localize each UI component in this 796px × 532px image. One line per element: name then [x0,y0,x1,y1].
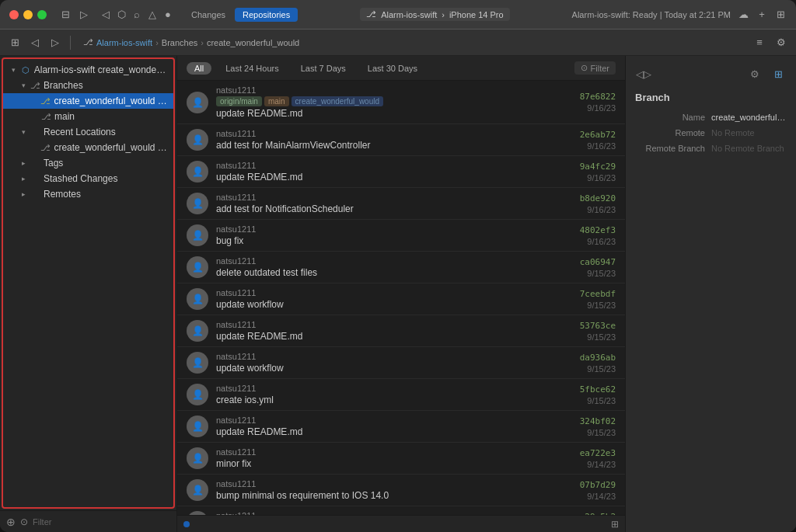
commit-hash-5: ca06947 [580,257,616,267]
commit-item-0[interactable]: 👤 natsu1211 origin/main main create_wond… [177,81,625,124]
commit-message-0: update README.md [216,108,572,119]
content-area: All Last 24 Hours Last 7 Days Last 30 Da… [177,56,625,532]
sidebar-footer: ⊕ ⊙ Filter [0,510,176,532]
titlebar-center: ⎇ Alarm-ios-swift › iPhone 14 Pro [304,8,565,21]
forward-icon[interactable]: ⬡ [115,9,127,21]
sidebar-item-remotes[interactable]: Remotes [3,186,173,202]
toolbar-settings-icon[interactable]: ⚙ [773,34,790,51]
filter-24h[interactable]: Last 24 Hours [218,62,286,75]
commit-info-1: natsu1211 add test for MainAlarmViewCont… [216,129,572,151]
commit-item-2[interactable]: 👤 natsu1211 update README.md 9a4fc29 9/1… [177,156,625,188]
commit-item-12[interactable]: 👤 natsu1211 bump minimal os requirement … [177,475,625,506]
sidebar-tree: ⬡ Alarm-ios-swift create_wonderf... ⎇ Br… [2,57,175,509]
maximize-button[interactable] [37,10,47,19]
sidebar-item-stashed-changes[interactable]: Stashed Changes [3,171,173,186]
sidebar-item-alarm-root[interactable]: ⬡ Alarm-ios-swift create_wonderf... [3,62,173,78]
back-icon[interactable]: ◁ [100,9,112,21]
footer-expand-icon[interactable]: ⊞ [611,519,619,530]
filter-30d[interactable]: Last 30 Days [360,62,425,75]
add-icon[interactable]: + [756,9,768,21]
main-branch-icon: ⎇ [40,111,51,122]
footer-filter-icon[interactable]: ⊙ [20,516,28,527]
commit-info-3: natsu1211 add test for NotificationSched… [216,193,572,214]
toolbar-nav-left[interactable]: ◁ [26,34,44,51]
layout-icon[interactable]: ⊞ [774,9,787,21]
commit-date-8: 9/15/23 [580,364,616,374]
recent-icon [30,127,40,137]
breadcrumb-branches[interactable]: Branches [162,38,197,47]
run-icon[interactable]: ● [162,9,174,21]
footer-add-icon[interactable]: ⊕ [6,516,16,528]
filter-search[interactable]: ⊙ Filter [574,61,616,75]
commit-item-4[interactable]: 👤 natsu1211 bug fix 4802ef3 9/16/23 [177,220,625,252]
arrow-tags [19,158,28,168]
filter-7d[interactable]: Last 7 Days [293,62,354,75]
commit-item-3[interactable]: 👤 natsu1211 add test for NotificationSch… [177,188,625,220]
sidebar-item-recent-locations[interactable]: Recent Locations [3,124,173,140]
titlebar-left-icons: ⊟ ▷ [59,9,90,21]
commit-author-4: natsu1211 [216,224,572,234]
commit-item-10[interactable]: 👤 natsu1211 update README.md 324bf02 9/1… [177,411,625,443]
scheme-selector[interactable]: ⎇ Alarm-ios-swift › iPhone 14 Pro [360,8,510,21]
commit-author-1: natsu1211 [216,129,572,138]
minimize-button[interactable] [23,10,33,19]
traffic-lights [9,10,47,19]
toolbar-separator-1 [70,36,71,50]
close-button[interactable] [9,10,19,19]
recent-branch-label: create_wonderful_would (c... [54,142,167,153]
commit-message-10: update README.md [216,426,572,437]
filter-all[interactable]: All [187,62,211,75]
commit-author-3: natsu1211 [216,193,572,202]
tab-changes[interactable]: Changes [183,8,233,22]
right-panel-settings[interactable]: ⚙ [746,65,763,82]
panel-row-remote: Remote No Remote [635,128,787,137]
sidebar-item-recent-branch[interactable]: ⎇ create_wonderful_would (c... [3,140,173,155]
main-window: ⊟ ▷ ◁ ⬡ ⌕ △ ● Changes Repositories ⎇ Ala… [0,0,796,532]
footer-filter-text[interactable]: Filter [33,517,51,527]
sidebar-item-branches[interactable]: ⎇ Branches [3,78,173,93]
navigator-icon[interactable]: ▷ [78,9,90,21]
commit-meta-5: ca06947 9/15/23 [580,257,616,278]
breadcrumb-current[interactable]: create_wonderful_would [207,38,299,47]
toolbar-list-icon[interactable]: ≡ [751,34,768,51]
commit-item-6[interactable]: 👤 natsu1211 update workflow 7ceebdf 9/15… [177,283,625,315]
commit-info-0: natsu1211 origin/main main create_wonder… [216,85,572,119]
commit-meta-11: ea722e3 9/14/23 [580,448,616,469]
filter-bar: All Last 24 Hours Last 7 Days Last 30 Da… [177,56,625,81]
branches-icon: ⎇ [30,80,40,91]
commit-item-5[interactable]: 👤 natsu1211 delete outdated test files c… [177,252,625,283]
create-branch-icon: ⎇ [40,96,51,106]
panel-key-remote: Remote [635,128,705,137]
stashed-label: Stashed Changes [44,173,117,184]
sidebar-toggle-icon[interactable]: ⊟ [59,9,72,21]
commit-info-11: natsu1211 minor fix [216,447,572,469]
branches-label: Branches [44,80,83,91]
warning-icon[interactable]: △ [146,9,159,21]
sidebar-item-main[interactable]: ⎇ main [3,109,173,124]
commit-item-11[interactable]: 👤 natsu1211 minor fix ea722e3 9/14/23 [177,443,625,475]
tag-main: main [264,96,289,106]
toolbar-grid-icon[interactable]: ⊞ [6,34,23,51]
commit-item-7[interactable]: 👤 natsu1211 update README.md 53763ce 9/1… [177,315,625,347]
breadcrumb-repo[interactable]: Alarm-ios-swift [96,38,152,47]
commit-item-8[interactable]: 👤 natsu1211 update workflow da936ab 9/15… [177,347,625,379]
commit-item-13[interactable]: 👤 natsu1211 workaround when user ignores… [177,506,625,515]
stashed-icon [30,173,40,184]
commit-hash-3: b8de920 [580,193,616,203]
cloud-icon[interactable]: ☁ [737,9,749,21]
commit-item-9[interactable]: 👤 natsu1211 create ios.yml 5fbce62 9/15/… [177,379,625,411]
commit-author-7: natsu1211 [216,320,572,329]
sidebar-item-tags[interactable]: Tags [3,155,173,171]
scheme-name: Alarm-ios-swift [381,10,437,19]
right-panel-expand[interactable]: ⊞ [770,65,787,82]
sidebar-item-create-branch[interactable]: ⎇ create_wonderful_would (c... [3,93,173,109]
tab-repositories[interactable]: Repositories [235,8,298,22]
remotes-icon [30,189,40,200]
commit-meta-10: 324bf02 9/15/23 [580,416,616,437]
commit-meta-3: b8de920 9/16/23 [580,193,616,214]
search-icon[interactable]: ⌕ [131,9,143,21]
panel-value-remote: No Remote [711,128,787,137]
right-panel-nav-icons[interactable]: ◁▷ [635,65,652,82]
toolbar-nav-right[interactable]: ▷ [47,34,64,51]
commit-item-1[interactable]: 👤 natsu1211 add test for MainAlarmViewCo… [177,124,625,156]
